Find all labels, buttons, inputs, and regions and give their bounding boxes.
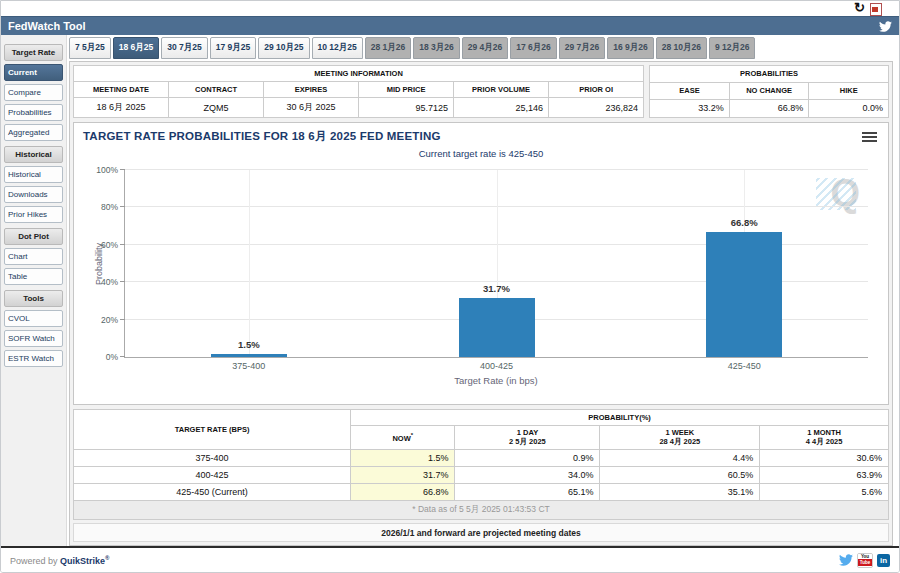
column-header-now: NOW* bbox=[351, 426, 455, 450]
y-tick bbox=[120, 319, 125, 320]
tab-18-3-26[interactable]: 18 3月26 bbox=[413, 37, 460, 59]
probability-cell: 35.1% bbox=[600, 484, 760, 501]
twitter-icon[interactable] bbox=[839, 553, 853, 567]
sidebar-item-table[interactable]: Table bbox=[4, 268, 63, 285]
twitter-icon[interactable] bbox=[879, 20, 892, 33]
tab-16-9-26[interactable]: 16 9月26 bbox=[607, 37, 654, 59]
column-header-meeting-date: MEETING DATE bbox=[74, 82, 169, 98]
tab-17-9-25[interactable]: 17 9月25 bbox=[210, 37, 257, 59]
column-header-expires: EXPIRES bbox=[264, 82, 359, 98]
meeting-info-value-contract: ZQM5 bbox=[169, 98, 264, 118]
chart-title: TARGET RATE PROBABILITIES FOR 18 6月 2025… bbox=[83, 129, 441, 144]
bar-value-label: 66.8% bbox=[731, 217, 758, 228]
main-area: Target RateCurrentCompareProbabilitiesAg… bbox=[1, 35, 899, 546]
column-header-hike: HIKE bbox=[809, 82, 889, 99]
sidebar-item-downloads[interactable]: Downloads bbox=[4, 186, 63, 203]
tab-10-12-25[interactable]: 10 12月25 bbox=[312, 37, 363, 59]
column-header-prior-volume: PRIOR VOLUME bbox=[454, 82, 549, 98]
meeting-info-table: MEETING INFORMATIONMEETING DATECONTRACTE… bbox=[73, 65, 644, 118]
y-tick-label: 0% bbox=[106, 352, 118, 362]
y-tick-label: 80% bbox=[101, 202, 118, 212]
tab-30-7-25[interactable]: 30 7月25 bbox=[161, 37, 208, 59]
bar-chart-plot: Q 0%20%40%60%80%100%1.5%375-40031.7%400-… bbox=[124, 170, 868, 358]
column-header-target-rate-bps: TARGET RATE (BPS) bbox=[74, 410, 351, 450]
column-header-ease: EASE bbox=[650, 82, 730, 99]
sidebar-item-prior-hikes[interactable]: Prior Hikes bbox=[4, 206, 63, 223]
powered-by: Powered by QuikStrike® bbox=[10, 555, 110, 566]
tab-28-1-26[interactable]: 28 1月26 bbox=[365, 37, 412, 59]
sidebar-item-compare[interactable]: Compare bbox=[4, 84, 63, 101]
x-axis-title: Target Rate (in bps) bbox=[124, 375, 868, 386]
y-tick bbox=[120, 206, 125, 207]
probability-value-ease: 33.2% bbox=[650, 99, 730, 117]
probability-value-hike: 0.0% bbox=[809, 99, 889, 117]
tab-28-10-26[interactable]: 28 10月26 bbox=[656, 37, 707, 59]
y-tick-label: 100% bbox=[96, 165, 118, 175]
youtube-icon[interactable]: YouTube bbox=[857, 553, 873, 568]
data-as-of-row: * Data as of 5 5月 2025 01:43:53 CT bbox=[74, 501, 889, 520]
v-gridline bbox=[249, 170, 250, 357]
meeting-info-value-mid-price: 95.7125 bbox=[359, 98, 454, 118]
y-tick-label: 20% bbox=[101, 315, 118, 325]
column-header-1-week: 1 WEEK28 4月 2025 bbox=[600, 426, 760, 450]
quikstrike-link[interactable]: QuikStrike® bbox=[60, 556, 109, 566]
probabilities-summary-table: PROBABILITIESEASENO CHANGEHIKE33.2%66.8%… bbox=[649, 65, 889, 118]
tab-9-12-26[interactable]: 9 12月26 bbox=[709, 37, 756, 59]
linkedin-icon[interactable]: in bbox=[877, 554, 890, 567]
bar-value-label: 1.5% bbox=[238, 339, 260, 350]
meeting-info-value-meeting-date: 18 6月 2025 bbox=[74, 98, 169, 118]
sidebar-section-header-historical: Historical bbox=[4, 146, 63, 163]
y-tick bbox=[120, 244, 125, 245]
content-column: 7 5月2518 6月2530 7月2517 9月2529 10月2510 12… bbox=[67, 35, 899, 546]
sidebar-item-aggregated[interactable]: Aggregated bbox=[4, 124, 63, 141]
probability-cell: 34.0% bbox=[455, 467, 600, 484]
chart-subtitle: Current target rate is 425-450 bbox=[74, 148, 888, 159]
column-header-1-month: 1 MONTH4 4月 2025 bbox=[760, 426, 889, 450]
probability-cell: 63.9% bbox=[760, 467, 889, 484]
y-tick bbox=[120, 281, 125, 282]
chart-menu-icon[interactable] bbox=[862, 132, 877, 144]
probability-cell: 5.6% bbox=[760, 484, 889, 501]
now-probability-cell: 66.8% bbox=[351, 484, 455, 501]
sidebar-section-header-dot-plot: Dot Plot bbox=[4, 228, 63, 245]
sidebar-item-chart[interactable]: Chart bbox=[4, 248, 63, 265]
pdf-export-icon[interactable] bbox=[870, 3, 882, 16]
sidebar-item-cvol[interactable]: CVOL bbox=[4, 310, 63, 327]
tab-29-10-25[interactable]: 29 10月25 bbox=[258, 37, 309, 59]
now-probability-cell: 1.5% bbox=[351, 450, 455, 467]
info-tables-row: MEETING INFORMATIONMEETING DATECONTRACTE… bbox=[73, 65, 889, 118]
table-row: 375-4001.5%0.9%4.4%30.6% bbox=[74, 450, 889, 467]
tab-17-6-26[interactable]: 17 6月26 bbox=[510, 37, 557, 59]
meeting-date-tabs: 7 5月2518 6月2530 7月2517 9月2529 10月2510 12… bbox=[69, 37, 893, 59]
sidebar-item-historical[interactable]: Historical bbox=[4, 166, 63, 183]
tab-7-5-25[interactable]: 7 5月25 bbox=[69, 37, 111, 59]
probability-cell: 65.1% bbox=[455, 484, 600, 501]
app-title: FedWatch Tool bbox=[8, 20, 86, 32]
sidebar-item-probabilities[interactable]: Probabilities bbox=[4, 104, 63, 121]
tab-18-6-25[interactable]: 18 6月25 bbox=[113, 37, 160, 59]
table-row: 425-450 (Current)66.8%65.1%35.1%5.6% bbox=[74, 484, 889, 501]
tab-29-4-26[interactable]: 29 4月26 bbox=[462, 37, 509, 59]
probability-cell: 60.5% bbox=[600, 467, 760, 484]
tab-29-7-26[interactable]: 29 7月26 bbox=[559, 37, 606, 59]
column-header-prior-oi: PRIOR OI bbox=[549, 82, 644, 98]
sidebar-item-sofr-watch[interactable]: SOFR Watch bbox=[4, 330, 63, 347]
target-rate-label: 425-450 (Current) bbox=[74, 484, 351, 501]
column-header-no-change: NO CHANGE bbox=[729, 82, 809, 99]
meeting-info-value-expires: 30 6月 2025 bbox=[264, 98, 359, 118]
bar-value-label: 31.7% bbox=[483, 283, 510, 294]
top-utility-strip: ↻ bbox=[1, 1, 899, 16]
probability-group-header: PROBABILITY(%) bbox=[351, 410, 889, 426]
sidebar-item-estr-watch[interactable]: ESTR Watch bbox=[4, 350, 63, 367]
y-tick-label: 40% bbox=[101, 277, 118, 287]
bar-425-450 bbox=[706, 232, 782, 357]
y-tick bbox=[120, 356, 125, 357]
x-tick-label: 375-400 bbox=[232, 361, 265, 371]
sidebar-item-current[interactable]: Current bbox=[4, 64, 63, 81]
table-row: 400-42531.7%34.0%60.5%63.9% bbox=[74, 467, 889, 484]
now-probability-cell: 31.7% bbox=[351, 467, 455, 484]
column-header-1-day: 1 DAY2 5月 2025 bbox=[455, 426, 600, 450]
meeting-info-value-prior-oi: 236,824 bbox=[549, 98, 644, 118]
app-header: FedWatch Tool bbox=[1, 16, 899, 35]
refresh-icon[interactable]: ↻ bbox=[854, 0, 865, 15]
